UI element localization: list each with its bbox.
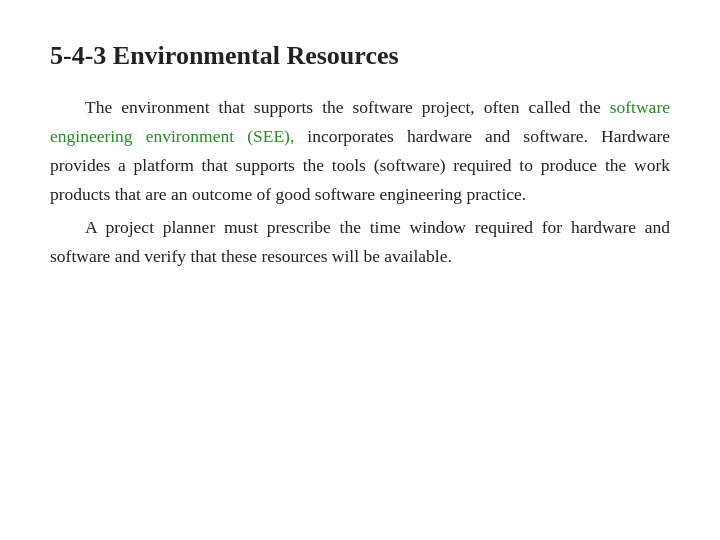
body-text: The environment that supports the softwa… bbox=[50, 93, 670, 270]
para2-text: A project planner must prescribe the tim… bbox=[50, 217, 670, 266]
paragraph-1: The environment that supports the softwa… bbox=[50, 93, 670, 209]
paragraph-2: A project planner must prescribe the tim… bbox=[50, 213, 670, 271]
slide-title: 5-4-3 Environmental Resources bbox=[50, 40, 670, 71]
slide-container: 5-4-3 Environmental Resources The enviro… bbox=[0, 0, 720, 540]
para1-text1: The environment that supports the softwa… bbox=[85, 97, 610, 117]
